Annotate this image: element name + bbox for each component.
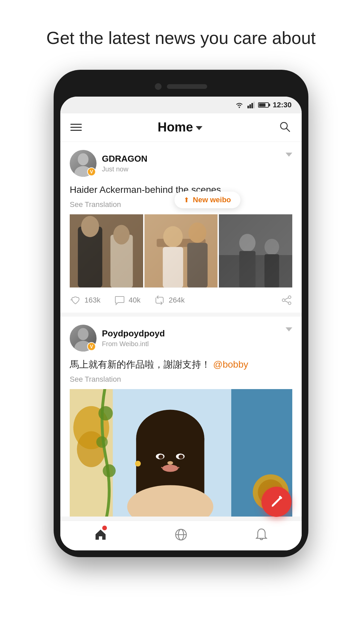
post-image-grid	[70, 214, 292, 288]
see-translation-button-2[interactable]: See Translation	[70, 375, 292, 384]
verified-badge-2: V	[87, 342, 96, 351]
svg-point-27	[282, 299, 285, 302]
photo-content-3	[219, 214, 292, 288]
svg-point-31	[78, 328, 88, 340]
svg-rect-3	[251, 103, 253, 108]
chevron-down-icon[interactable]	[286, 153, 292, 157]
home-title-text: Home	[158, 120, 193, 135]
author-name-2: Poydpoydpoyd	[102, 328, 165, 339]
compose-fab-button[interactable]	[261, 487, 292, 517]
svg-point-54	[103, 465, 116, 478]
svg-point-24	[264, 238, 279, 255]
wifi-icon	[235, 102, 244, 108]
nav-home[interactable]	[93, 527, 108, 542]
phone-camera	[155, 83, 162, 90]
page-headline: Get the latest news you care about	[26, 0, 336, 70]
post-text-2: 馬上就有新的作品啦，謝謝支持！ @bobby	[70, 358, 292, 372]
discover-icon	[173, 527, 189, 542]
svg-rect-1	[247, 106, 249, 108]
avatar-wrap-2: V	[70, 325, 97, 352]
dropdown-arrow-icon	[196, 126, 202, 130]
post-mention[interactable]: @bobby	[213, 359, 248, 370]
author-info: GDRAGON Just now	[102, 154, 147, 173]
status-bar: 12:30	[60, 97, 302, 113]
share-button[interactable]	[281, 294, 292, 306]
author-name: GDRAGON	[102, 154, 147, 164]
author-info-2: Poydpoydpoyd From Weibo.intl	[102, 328, 165, 348]
like-button[interactable]: 163k	[70, 294, 101, 306]
photo-content-2	[144, 214, 218, 288]
verified-badge: V	[87, 167, 96, 176]
svg-point-52	[99, 406, 113, 421]
post-meta-2: From Weibo.intl	[102, 340, 165, 348]
status-icons	[235, 102, 269, 108]
phone-speaker	[167, 84, 207, 89]
svg-line-29	[285, 298, 288, 300]
battery-icon	[258, 102, 269, 108]
post-author-2: V Poydpoydpoyd From Weibo.intl	[70, 325, 165, 352]
svg-point-48	[167, 461, 173, 465]
bottom-nav	[60, 521, 302, 550]
svg-rect-2	[249, 104, 251, 108]
pencil-icon	[270, 495, 283, 508]
svg-point-16	[163, 226, 183, 247]
new-weibo-label: New weibo	[193, 196, 231, 204]
post-image-2[interactable]	[144, 214, 218, 288]
svg-point-18	[188, 222, 206, 243]
svg-rect-17	[163, 247, 183, 287]
svg-rect-23	[239, 251, 256, 287]
feed: ⬆ New weibo	[60, 142, 302, 551]
post-author: V GDRAGON Just now	[70, 150, 147, 177]
post-text-main: 馬上就有新的作品啦，謝謝支持！	[70, 359, 210, 370]
new-weibo-tooltip[interactable]: ⬆ New weibo	[174, 192, 240, 208]
svg-rect-25	[264, 254, 279, 288]
svg-line-6	[286, 128, 290, 131]
post-image-1[interactable]	[70, 214, 143, 288]
home-title[interactable]: Home	[158, 120, 202, 135]
phone-screen: 12:30 Home ⬆	[60, 97, 302, 551]
svg-point-11	[81, 216, 99, 237]
phone-notch	[60, 80, 302, 97]
post-image-single[interactable]	[70, 389, 292, 517]
bell-icon	[254, 527, 269, 542]
search-button[interactable]	[278, 120, 292, 135]
post-header: V GDRAGON Just now	[70, 150, 292, 177]
nav-notifications[interactable]	[254, 527, 269, 542]
post-meta: Just now	[102, 165, 147, 173]
post-card-2: V Poydpoydpoyd From Weibo.intl 馬上就有新的作品啦…	[60, 317, 302, 517]
svg-rect-19	[187, 243, 207, 288]
post-header-2: V Poydpoydpoyd From Weibo.intl	[70, 325, 292, 352]
like-count: 163k	[84, 296, 101, 305]
hamburger-menu-button[interactable]	[70, 124, 82, 131]
up-arrows-icon: ⬆	[184, 196, 189, 204]
avatar-wrap: V	[70, 150, 97, 177]
photo-content-1	[70, 214, 143, 288]
svg-point-46	[179, 455, 184, 459]
svg-point-26	[288, 296, 291, 299]
svg-line-30	[285, 301, 288, 303]
repost-button[interactable]: 264k	[154, 294, 185, 306]
comment-count: 40k	[129, 296, 140, 305]
phone-frame: 12:30 Home ⬆	[54, 70, 308, 557]
svg-rect-4	[253, 102, 255, 108]
comment-button[interactable]: 40k	[114, 294, 140, 306]
repost-count: 264k	[169, 296, 185, 305]
chevron-down-icon-2[interactable]	[286, 327, 292, 331]
svg-point-45	[159, 455, 164, 459]
status-time: 12:30	[273, 101, 292, 109]
svg-point-49	[135, 461, 141, 467]
svg-point-53	[96, 436, 108, 448]
post-card: V GDRAGON Just now Haider Ackerman-behin…	[60, 142, 302, 313]
post-actions: 163k 40k	[70, 287, 292, 313]
search-icon	[278, 120, 292, 133]
svg-point-13	[113, 225, 130, 244]
svg-point-7	[78, 153, 88, 165]
svg-point-22	[239, 234, 256, 252]
app-header: Home	[60, 113, 302, 142]
nav-discover[interactable]	[173, 527, 189, 542]
signal-icon	[247, 102, 255, 108]
svg-point-47	[162, 465, 178, 472]
post-image-3[interactable]	[219, 214, 292, 288]
svg-point-0	[239, 107, 240, 108]
svg-point-28	[288, 302, 291, 305]
